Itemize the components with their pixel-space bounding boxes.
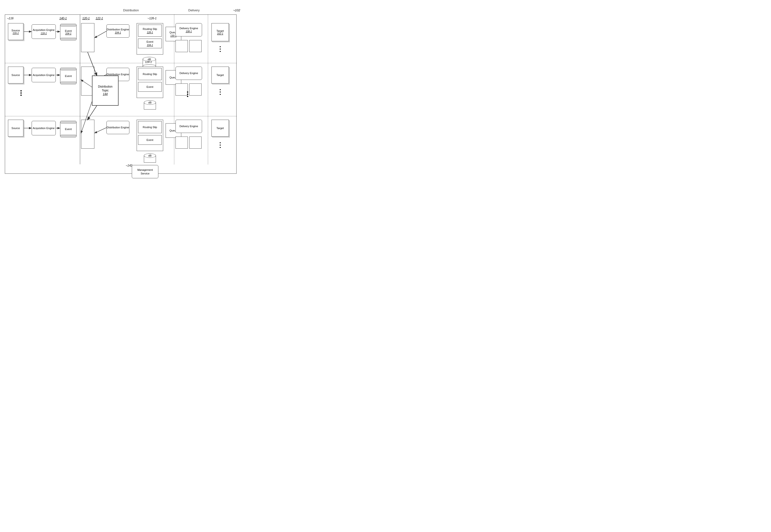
ref-142: ⌐142	[126, 164, 132, 167]
dots-delivery: •••	[185, 91, 190, 97]
distribution-topic-box: Distribution Topic 144	[92, 76, 118, 106]
source-row2: Source	[8, 67, 27, 86]
row-divider-1	[5, 63, 237, 63]
source-row1: Source 116-1	[8, 23, 27, 42]
delivery-label: Delivery	[188, 8, 200, 12]
event-scroll-row2: Event	[60, 68, 76, 84]
dots-acq: •••	[18, 90, 24, 96]
dots-target-row3: •••	[218, 142, 222, 149]
acquisition-engine-row3: Acquisition Engine	[32, 121, 56, 135]
routing-slip-group-row2: Routing Slip Event	[137, 67, 163, 98]
source-row3: Source	[8, 120, 27, 139]
dist-input-box-row3	[81, 120, 94, 149]
row-divider-2	[5, 116, 237, 116]
svg-line-10	[95, 128, 106, 133]
event-scroll-row3: Event	[60, 121, 76, 137]
ref-120-1: 120-1	[82, 17, 90, 20]
routing-slip-group-row1: Routing Slip128-1 Event104-1	[137, 23, 163, 55]
source-row1-label: Source	[12, 29, 20, 32]
ref-122-1: 122-1	[96, 17, 103, 20]
dots-target-row1: •••	[218, 46, 222, 53]
routing-slip-group-row3: Routing Slip Event	[137, 120, 163, 151]
event-scroll-row1: Event 104-1	[60, 24, 76, 40]
acquisition-engine-row1: Acquisition Engine 118-1	[32, 24, 56, 39]
ref-126-1: ~126-1	[147, 17, 157, 20]
ref-102: ⌐102	[233, 8, 240, 12]
dist-engine-row3: Distribution Engine	[106, 121, 129, 134]
target-row3: Target	[211, 120, 233, 139]
delivery-col-row3: Delivery Engine	[175, 120, 202, 153]
dots-target-row2: •••	[218, 89, 222, 96]
distribution-label: Distribution	[123, 8, 139, 12]
dist-engine-row1: Distribution Engine 104-1	[106, 24, 129, 38]
col-divider-3	[208, 15, 208, 164]
ref-140-1: 140-1	[59, 17, 67, 20]
acquisition-engine-row2: Acquisition Engine	[32, 68, 56, 82]
source-row1-ref: 116-1	[13, 32, 19, 35]
management-service: Management Service	[132, 165, 158, 178]
target-row1: Target 102-1	[211, 23, 233, 44]
delivery-col-row1: Delivery Engine 108-1	[175, 23, 202, 57]
main-diagram: ⌐116 140-1 Source 116-1 Acquisition Engi…	[5, 14, 236, 174]
svg-line-2	[95, 31, 106, 38]
dist-input-box-row1	[81, 23, 94, 52]
ref-116: ⌐116	[7, 17, 14, 20]
target-row2: Target	[211, 67, 233, 86]
svg-line-4	[88, 106, 97, 120]
